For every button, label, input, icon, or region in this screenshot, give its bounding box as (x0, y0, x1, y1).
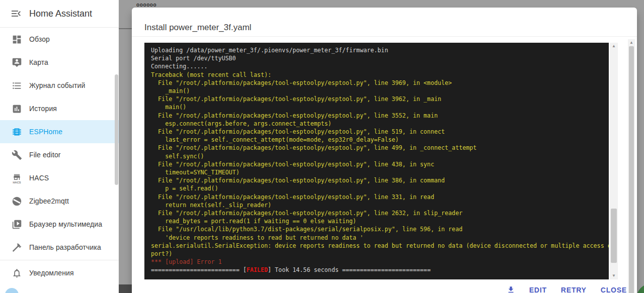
sidebar: Home Assistant ОбзорКартаЖурнал событийИ… (0, 0, 119, 293)
sidebar-item-zigbee2mqtt[interactable]: Zigbee2mqtt (0, 189, 119, 213)
sidebar-item-label: Журнал событий (29, 81, 85, 89)
terminal-line: File "/root/.platformio/packages/tool-es… (151, 144, 609, 152)
terminal-line: timeout=SYNC_TIMEOUT) (151, 168, 609, 176)
menu-open-icon[interactable] (10, 8, 22, 20)
chip-icon (11, 126, 23, 138)
terminal-line: read_bytes = port.read(1 if waiting == 0… (151, 217, 609, 225)
sidebar-item-панель-разработчика[interactable]: Панель разработчика (0, 236, 119, 259)
terminal-line: File "/root/.platformio/packages/tool-es… (151, 160, 609, 168)
terminal-line: main() (151, 103, 609, 111)
sidebar-item-label: История (29, 105, 57, 113)
terminal-line: File "/root/.platformio/packages/tool-es… (151, 209, 609, 217)
terminal-line: Uploading /data/power_meter_3f/.pioenvs/… (151, 46, 609, 54)
edit-button[interactable]: EDIT (529, 286, 547, 293)
retry-button[interactable]: RETRY (561, 286, 587, 293)
history-chart-icon (11, 103, 23, 115)
sidebar-item-label: Zigbee2mqtt (29, 197, 69, 205)
terminal-line: self.sync() (151, 152, 609, 160)
wrench-icon (11, 149, 23, 161)
sidebar-item-label: ESPHome (29, 128, 62, 136)
sidebar-divider (0, 260, 119, 260)
zigbee-icon (11, 195, 23, 207)
terminal-line: Connecting...... (151, 62, 609, 70)
bell-icon (11, 267, 23, 279)
sidebar-item-журнал-событий[interactable]: Журнал событий (0, 74, 119, 97)
terminal-line: serial.serialutil.SerialException: devic… (151, 242, 609, 250)
sidebar-item-label: Карта (29, 58, 48, 66)
dashboard-icon (11, 33, 23, 45)
terminal-log: Uploading /data/power_meter_3f/.pioenvs/… (144, 43, 609, 279)
terminal-line: port?) (151, 250, 609, 258)
media-browser-icon (11, 218, 23, 230)
close-button[interactable]: CLOSE (601, 286, 627, 293)
terminal-line: File "/root/.platformio/packages/tool-es… (151, 176, 609, 184)
hacs-store-icon: HACS (11, 172, 23, 184)
esphome-add-fab (636, 283, 644, 293)
terminal-line: Serial port /dev/ttyUSB0 (151, 54, 609, 62)
sidebar-item-label: Уведомления (29, 269, 74, 277)
terminal-line: last_error = self._connect_attempt(mode=… (151, 136, 609, 144)
terminal-line: *** [upload] Error 1 (151, 258, 609, 266)
terminal-line: File "/root/.platformio/packages/tool-es… (151, 128, 609, 136)
map-tooltip-account-icon (11, 56, 23, 68)
sidebar-item-label: File editor (29, 151, 61, 159)
terminal-scrollbar-thumb[interactable] (611, 209, 617, 263)
install-dialog: Install power_meter_3f.yaml Uploading /d… (132, 8, 637, 293)
sidebar-item-обзор[interactable]: Обзор (0, 28, 119, 51)
terminal-line: File "/root/.platformio/packages/tool-es… (151, 95, 609, 103)
terminal-line: File "/root/.platformio/packages/tool-es… (151, 193, 609, 201)
sidebar-item-esphome[interactable]: ESPHome (0, 120, 119, 143)
background-stray-text: oooooo (136, 2, 156, 8)
list-bulleted-icon (11, 79, 23, 91)
terminal-line: 'device reports readiness to read but re… (151, 234, 609, 242)
sidebar-item-карта[interactable]: Карта (0, 51, 119, 74)
dialog-footer: EDITRETRYCLOSE (507, 285, 627, 293)
developer-tools-icon (11, 241, 23, 253)
dialog-divider (132, 36, 637, 37)
terminal-line: ========================= [FAILED] Took … (151, 266, 609, 274)
terminal-line: File "/usr/local/lib/python3.7/dist-pack… (151, 225, 609, 233)
sidebar-header: Home Assistant (0, 0, 119, 28)
sidebar-nav: ОбзорКартаЖурнал событийИсторияESPHomeFi… (0, 28, 119, 284)
dialog-title: Install power_meter_3f.yaml (144, 23, 252, 33)
sidebar-item-браузер-мультимедиа[interactable]: Браузер мультимедиа (0, 213, 119, 236)
sidebar-item-история[interactable]: История (0, 97, 119, 120)
terminal-line: esp.connect(args.before, args.connect_at… (151, 120, 609, 128)
terminal-line: p = self.read() (151, 184, 609, 192)
sidebar-item-label: Панель разработчика (29, 243, 101, 251)
scroll-up-icon[interactable]: ▲ (610, 44, 618, 49)
terminal-scrollbar[interactable]: ▲ ▼ (610, 43, 618, 279)
download-icon[interactable] (507, 285, 515, 293)
terminal-line: return next(self._slip_reader) (151, 201, 609, 209)
svg-text:HACS: HACS (13, 180, 21, 183)
terminal-line: _main() (151, 87, 609, 95)
sidebar-item-label: Обзор (29, 35, 50, 43)
sidebar-item-уведомления[interactable]: Уведомления (0, 261, 119, 284)
sidebar-item-label: HACS (29, 174, 49, 182)
background-toolbar-edge (119, 28, 132, 29)
sidebar-item-label: Браузер мультимедиа (29, 220, 102, 228)
dialog-scrollbar[interactable]: ▲ (628, 39, 635, 293)
sidebar-item-file-editor[interactable]: File editor (0, 143, 119, 166)
avatar[interactable] (5, 288, 19, 293)
dialog-scrollbar-thumb[interactable] (629, 46, 634, 293)
terminal-line: Traceback (most recent call last): (151, 71, 609, 79)
sidebar-item-hacs[interactable]: HACSHACS (0, 166, 119, 189)
app-title: Home Assistant (29, 9, 92, 19)
terminal-line: File "/root/.platformio/packages/tool-es… (151, 79, 609, 87)
background-bottom-bar (119, 284, 132, 293)
scroll-down-icon[interactable]: ▼ (610, 273, 618, 278)
scroll-up-icon[interactable]: ▲ (628, 40, 635, 45)
terminal-line: File "/root/.platformio/packages/tool-es… (151, 112, 609, 120)
sidebar-scrollbar[interactable] (115, 74, 118, 185)
